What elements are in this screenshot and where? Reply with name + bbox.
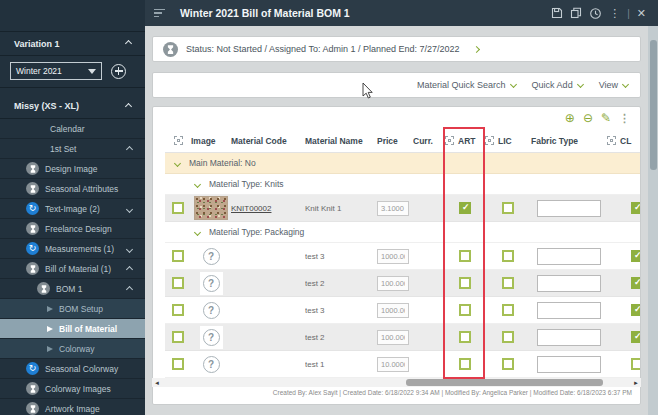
sidebar-item-bill-of-material-1[interactable]: Bill of Material (1) [0,259,145,279]
material-row[interactable]: ?test 3 [165,297,641,324]
cl-checkbox[interactable] [631,250,641,262]
quick-add-menu[interactable]: Quick Add [532,80,583,90]
sidebar-item-label: Seasonal Attributes [45,184,118,194]
material-code-link[interactable]: KNIT00002 [231,204,271,213]
season-select[interactable]: Winter 2021 [10,62,102,80]
sidebar-section-variation[interactable]: Variation 1 [0,31,145,56]
row-select-checkbox[interactable] [172,250,184,262]
table-more-icon[interactable]: ⋮ [619,113,630,124]
sidebar-item-artwork-image[interactable]: Artwork Image [0,399,145,415]
material-row[interactable]: ?test 2 [165,270,641,297]
more-options-icon[interactable]: ⋮ [609,8,620,19]
sidebar-item-colorway[interactable]: Colorway [0,339,145,359]
group-row[interactable]: Material Type: Packaging [165,222,641,243]
row-select-checkbox[interactable] [172,202,184,214]
sidebar-item-bom-1[interactable]: BOM 1 [0,279,145,299]
art-checkbox[interactable] [459,358,471,370]
sidebar-section-style[interactable]: Missy (XS - XL) [0,94,145,119]
select-all-icon[interactable] [485,136,494,145]
row-select-checkbox[interactable] [172,277,184,289]
cl-checkbox[interactable] [631,358,641,370]
material-name: Knit Knit 1 [305,204,341,213]
menu-icon[interactable] [154,7,166,20]
price-input[interactable] [377,249,409,264]
fabric-type-input[interactable] [537,248,601,265]
price-input[interactable] [377,276,409,291]
arrow-icon [47,306,53,312]
sidebar-item-colorway-images[interactable]: Colorway Images [0,379,145,399]
art-checkbox[interactable] [459,331,471,343]
group-row[interactable]: Material Type: Knits [165,174,641,195]
edit-icon[interactable]: ✎ [601,112,611,124]
column-header-cl[interactable]: CL [607,136,641,146]
lic-checkbox[interactable] [502,250,514,262]
row-select-checkbox[interactable] [172,358,184,370]
scrollbar-track[interactable] [162,379,631,386]
scroll-left-icon[interactable]: ◄ [152,380,162,386]
sidebar-item-text-image-2[interactable]: ↻Text-Image (2) [0,199,145,219]
row-select-checkbox[interactable] [172,304,184,316]
sidebar-item-design-image[interactable]: Design Image [0,159,145,179]
sidebar-item-bill-of-material[interactable]: Bill of Material [0,319,145,339]
lic-checkbox[interactable] [502,277,514,289]
select-all-icon[interactable] [445,136,454,145]
column-header-lic[interactable]: LIC [485,136,531,146]
sidebar-item-bom-setup[interactable]: BOM Setup [0,299,145,319]
select-all-icon[interactable] [174,136,183,145]
fabric-type-input[interactable] [537,356,601,373]
material-row[interactable]: KNIT00002Knit Knit 1 [165,195,641,222]
chevron-right-icon[interactable] [472,45,479,52]
art-checkbox[interactable] [459,250,471,262]
sidebar-item-freelance-design[interactable]: Freelance Design [0,219,145,239]
view-menu[interactable]: View [599,80,628,90]
scroll-right-icon[interactable]: ► [631,380,641,386]
cl-checkbox[interactable] [631,202,641,214]
chevron-up-icon [125,102,132,109]
group-row[interactable]: Main Material: No [165,153,641,174]
add-season-button[interactable] [111,64,126,79]
fabric-type-input[interactable] [537,200,601,217]
cl-checkbox[interactable] [631,331,641,343]
history-icon[interactable] [589,7,602,20]
fabric-type-input[interactable] [537,329,601,346]
close-icon[interactable]: ✕ [637,8,646,19]
fabric-type-input[interactable] [537,275,601,292]
cl-checkbox[interactable] [631,304,641,316]
material-row[interactable]: ?test 3 [165,243,641,270]
copy-icon[interactable] [570,7,582,19]
horizontal-scrollbar[interactable]: ◄ ► [152,378,641,387]
vertical-scrollbar[interactable] [648,26,658,415]
art-checkbox[interactable] [459,277,471,289]
art-checkbox[interactable] [459,202,471,214]
cl-checkbox[interactable] [631,277,641,289]
price-input[interactable] [377,330,409,345]
sidebar-item-measurements-1[interactable]: ↻Measurements (1) [0,239,145,259]
lic-checkbox[interactable] [502,304,514,316]
material-row[interactable]: ?test 1 [165,351,641,378]
sidebar-item-calendar[interactable]: Calendar [0,119,145,139]
lic-checkbox[interactable] [502,202,514,214]
add-row-icon[interactable]: ⊕ [565,112,575,124]
material-row[interactable]: ?test 2 [165,324,641,351]
art-checkbox[interactable] [459,304,471,316]
price-input[interactable] [377,303,409,318]
scrollbar-thumb[interactable] [406,379,603,386]
lic-checkbox[interactable] [502,358,514,370]
row-select-checkbox[interactable] [172,331,184,343]
fabric-type-input[interactable] [537,302,601,319]
vertical-scrollbar-thumb[interactable] [650,40,657,170]
material-thumbnail[interactable] [194,196,228,220]
price-input[interactable] [377,357,409,372]
material-quick-search-menu[interactable]: Material Quick Search [417,80,516,90]
sidebar-item-seasonal-attributes[interactable]: Seasonal Attributes [0,179,145,199]
question-mark-icon: ? [203,248,220,265]
remove-row-icon[interactable]: ⊖ [583,112,593,124]
select-all-icon[interactable] [607,136,616,145]
sidebar-item-seasonal-colorway[interactable]: ↻Seasonal Colorway [0,359,145,379]
lic-checkbox[interactable] [502,331,514,343]
column-header-select-all[interactable] [165,136,191,145]
sidebar-item-1st-set[interactable]: 1st Set [0,139,145,159]
save-icon[interactable] [551,7,563,19]
price-input[interactable] [377,201,409,216]
column-header-art[interactable]: ART [445,136,485,146]
